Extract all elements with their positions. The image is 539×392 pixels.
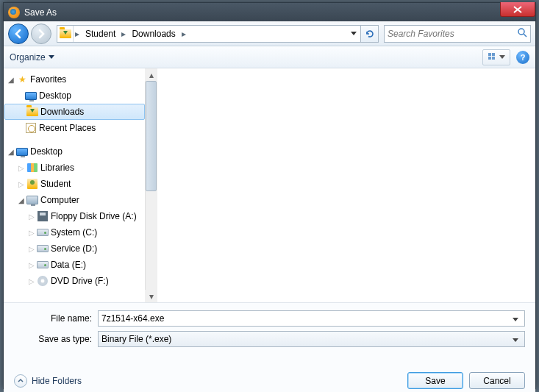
collapse-icon[interactable]: ◢ [17,196,26,204]
drive-icon [37,229,49,236]
expand-icon[interactable]: ▷ [17,164,26,172]
arrow-right-icon [36,29,46,39]
chevron-right-icon[interactable]: ▸ [120,29,127,39]
tree-desktop[interactable]: Desktop [4,88,146,104]
star-icon: ★ [15,74,29,85]
chevron-down-icon [499,55,505,59]
expand-icon[interactable]: ▷ [27,245,36,253]
svg-rect-2 [488,53,491,56]
folder-tree: ◢ ★ Favorites Desktop Downloads Recent P… [4,68,146,292]
expand-icon[interactable]: ▷ [27,213,36,221]
firefox-icon [8,7,20,18]
scroll-up-button[interactable]: ▴ [145,68,157,81]
desktop-icon [25,92,37,100]
chevron-right-icon[interactable]: ▸ [180,29,188,39]
view-icon [488,53,499,62]
tree-data-e[interactable]: ▷ Data (E:) [4,257,146,273]
scrollbar-thumb[interactable] [146,81,157,191]
file-list[interactable] [158,68,535,302]
svg-point-0 [518,29,524,35]
chevron-right-icon[interactable]: ▸ [74,29,81,39]
expand-icon[interactable]: ▷ [27,277,36,285]
filename-input[interactable] [101,313,510,324]
footer: Hide Folders Save Cancel [4,359,535,392]
refresh-icon [365,29,375,39]
form-pane: File name: Save as type: Binary File (*.… [4,302,535,359]
save-button[interactable]: Save [407,372,463,389]
navbar: ▸ Student ▸ Downloads ▸ [4,21,535,46]
close-button[interactable] [500,2,535,17]
chevron-down-icon [513,338,518,342]
arrow-left-icon [13,29,24,39]
tree-system-c[interactable]: ▷ System (C:) [4,224,146,240]
expand-icon[interactable]: ▷ [17,180,26,188]
tree-downloads[interactable]: Downloads [4,104,145,120]
downloads-icon [26,107,38,116]
tree-service-d[interactable]: ▷ Service (D:) [4,240,146,257]
titlebar: Save As [4,3,535,21]
svg-rect-3 [492,53,495,56]
libraries-icon [27,163,38,172]
svg-line-1 [524,34,526,37]
tree-recent-places[interactable]: Recent Places [4,120,146,136]
user-icon [27,179,38,189]
toolbar: Organize ? [4,46,535,68]
hide-folders-button[interactable]: Hide Folders [14,374,82,388]
search-icon[interactable] [517,27,527,40]
back-button[interactable] [8,24,29,44]
type-combo[interactable]: Binary File (*.exe) [98,331,525,347]
computer-icon [26,196,38,204]
expand-icon[interactable]: ▷ [27,229,36,237]
refresh-button[interactable] [360,26,378,42]
dvd-icon [38,276,48,286]
expand-icon[interactable]: ▷ [27,261,36,269]
tree-favorites[interactable]: ◢ ★ Favorites [4,71,146,88]
chevron-up-icon [14,374,27,388]
body: ◢ ★ Favorites Desktop Downloads Recent P… [4,68,535,302]
drive-icon [37,261,49,268]
view-button[interactable] [482,49,510,65]
breadcrumb-student[interactable]: Student [81,26,120,42]
folder-icon [60,29,71,38]
breadcrumb: ▸ Student ▸ Downloads ▸ [57,25,379,43]
tree-desktop-root[interactable]: ◢ Desktop [4,143,146,160]
chevron-down-icon [351,32,357,35]
path-icon[interactable] [57,26,74,42]
chevron-down-icon [513,318,518,321]
floppy-icon [38,211,48,221]
breadcrumb-downloads[interactable]: Downloads [127,26,179,42]
type-value: Binary File (*.exe) [101,334,510,344]
tree-floppy-a[interactable]: ▷ Floppy Disk Drive (A:) [4,208,146,224]
filename-dropdown[interactable] [510,313,521,324]
close-icon [513,6,522,13]
tree-pane: ◢ ★ Favorites Desktop Downloads Recent P… [4,68,158,302]
tree-dvd-f[interactable]: ▷ DVD Drive (F:) [4,273,146,289]
collapse-icon[interactable]: ◢ [7,76,15,84]
type-label: Save as type: [14,334,98,344]
drive-icon [37,245,49,252]
tree-computer[interactable]: ◢ Computer [4,192,146,208]
cancel-button[interactable]: Cancel [469,372,525,389]
svg-rect-5 [492,57,495,60]
recent-icon [26,123,36,133]
forward-button[interactable] [31,24,51,44]
window-title: Save As [24,7,57,18]
organize-button[interactable]: Organize [10,52,54,63]
filename-label: File name: [14,313,98,324]
tree-student[interactable]: ▷ Student [4,176,146,192]
type-dropdown[interactable] [510,334,521,344]
search-input[interactable] [388,29,517,39]
help-button[interactable]: ? [516,51,529,64]
desktop-icon [16,148,28,156]
path-dropdown[interactable] [347,26,360,42]
scroll-down-button[interactable]: ▾ [145,290,157,302]
save-as-dialog: Save As ▸ Student ▸ Downloads ▸ [3,2,536,389]
svg-rect-4 [488,57,491,60]
tree-libraries[interactable]: ▷ Libraries [4,160,146,176]
collapse-icon[interactable]: ◢ [7,148,15,156]
filename-combo[interactable] [98,310,525,327]
chevron-down-icon [49,55,54,59]
search-box[interactable] [384,25,531,43]
